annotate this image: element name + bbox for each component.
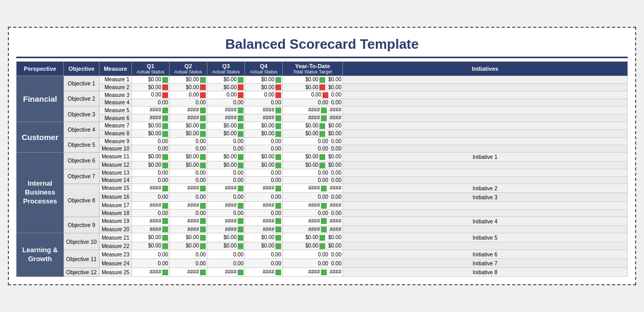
measure-cell: Measure 22: [99, 242, 132, 250]
table-row: CustomerObjective 4Measure 7$0.00$0.00$0…: [17, 122, 628, 130]
data-cell: 0.00: [207, 99, 245, 106]
data-cell: $0.00: [170, 233, 207, 242]
scorecard-table: Perspective Objective Measure Q1 Actual …: [16, 61, 628, 277]
data-cell: $0.00: [170, 83, 207, 91]
status-indicator: [238, 186, 243, 191]
ytd-value: 0.00: [318, 210, 328, 216]
data-cell: 0.00: [132, 137, 170, 145]
data-cell: 0.00: [170, 192, 207, 201]
table-row: Objective 8Measure 15###################…: [17, 184, 628, 192]
ytd-cell: 0.00 0.00: [283, 250, 343, 259]
target-value: 0.00: [331, 100, 341, 105]
objective-cell: Objective 9: [64, 217, 99, 233]
cell-value: $0.00: [261, 131, 274, 136]
cell-value: $0.00: [148, 162, 161, 168]
cell-value: $0.00: [148, 154, 161, 159]
cell-value: $0.00: [148, 243, 161, 249]
data-cell: 0.00: [170, 137, 207, 145]
ytd-value: $0.00: [305, 162, 318, 168]
ytd-value: $0.00: [305, 131, 318, 136]
data-cell: $0.00: [245, 152, 283, 161]
initiative-cell: Initiative 5: [343, 233, 628, 242]
objective-cell: Objective 7: [64, 169, 99, 184]
data-cell: 0.00: [132, 250, 170, 259]
cell-value: 0.00: [271, 194, 281, 200]
cell-value: $0.00: [186, 243, 199, 249]
cell-value: ####: [150, 202, 161, 208]
table-row: Objective 5Measure 90.000.000.000.000.00…: [17, 137, 628, 145]
ytd-cell: #### ####: [283, 225, 343, 233]
perspective-cell: Internal Business Processes: [17, 152, 64, 233]
cell-value: 0.00: [227, 92, 237, 98]
status-indicator: [238, 235, 243, 241]
ytd-value: $0.00: [305, 77, 318, 82]
cell-value: $0.00: [224, 243, 237, 249]
status-indicator: [238, 92, 243, 98]
status-indicator: [200, 235, 206, 241]
cell-value: ####: [187, 218, 199, 224]
data-cell: $0.00: [207, 152, 245, 161]
ytd-status-indicator: [319, 77, 325, 83]
measure-cell: Measure 11: [99, 152, 132, 161]
status-indicator: [275, 154, 281, 160]
data-cell: 0.00: [132, 209, 170, 217]
initiative-cell: [343, 209, 628, 217]
target-value: ####: [330, 115, 341, 121]
initiative-cell: [343, 161, 628, 169]
data-cell: 0.00: [170, 91, 207, 99]
measure-cell: Measure 15: [99, 184, 132, 192]
cell-value: 0.00: [196, 194, 206, 200]
data-cell: 0.00: [207, 209, 245, 217]
header-q1: Q1 Actual Status: [132, 61, 170, 76]
header-q1-sub: Actual Status: [134, 69, 168, 74]
ytd-value: 0.00: [318, 170, 328, 176]
cell-value: 0.00: [234, 138, 243, 144]
measure-cell: Measure 5: [99, 106, 132, 114]
header-initiatives: Initiatives: [343, 61, 628, 76]
measure-cell: Measure 3: [99, 91, 132, 99]
cell-value: $0.00: [186, 234, 199, 240]
data-cell: 0.00: [245, 91, 283, 99]
cell-value: 0.00: [234, 194, 243, 200]
status-indicator: [162, 115, 168, 121]
status-indicator: [238, 77, 243, 83]
target-value: 0.00: [331, 138, 341, 144]
cell-value: 0.00: [196, 100, 206, 105]
status-indicator: [200, 131, 206, 137]
cell-value: ####: [263, 269, 274, 275]
cell-value: 0.00: [196, 138, 206, 144]
data-cell: ####: [170, 268, 207, 277]
data-cell: ####: [245, 184, 283, 192]
table-row: Measure 12$0.00$0.00$0.00$0.00$0.00 $0.0…: [17, 161, 628, 169]
perspective-cell: Financial: [17, 76, 64, 122]
cell-value: ####: [225, 115, 237, 121]
cell-value: ####: [225, 107, 237, 113]
status-indicator: [200, 107, 206, 113]
table-row: Measure 240.000.000.000.000.00 0.00Initi…: [17, 259, 628, 268]
data-cell: $0.00: [132, 242, 170, 250]
status-indicator: [162, 235, 168, 241]
cell-value: 0.00: [271, 177, 281, 183]
data-cell: $0.00: [132, 122, 170, 130]
target-value: $0.00: [328, 131, 341, 136]
ytd-value: ####: [308, 185, 320, 191]
ytd-value: $0.00: [305, 123, 318, 128]
header-perspective: Perspective: [17, 61, 64, 76]
target-value: 0.00: [331, 92, 341, 98]
target-value: 0.00: [331, 177, 341, 183]
cell-value: ####: [150, 269, 161, 275]
data-cell: ####: [245, 217, 283, 225]
ytd-value: $0.00: [305, 154, 318, 159]
cell-value: 0.00: [196, 261, 206, 266]
cell-value: 0.00: [196, 170, 206, 176]
data-cell: ####: [170, 201, 207, 209]
table-row: Measure 20#################### ####: [17, 225, 628, 233]
ytd-cell: #### ####: [283, 268, 343, 277]
cell-value: ####: [150, 218, 161, 224]
ytd-value: 0.00: [318, 194, 328, 200]
table-row: Objective 12Measure 25##################…: [17, 268, 628, 277]
data-cell: 0.00: [170, 250, 207, 259]
cell-value: $0.00: [261, 154, 274, 159]
ytd-value: 0.00: [318, 138, 328, 144]
objective-cell: Objective 3: [64, 106, 99, 122]
